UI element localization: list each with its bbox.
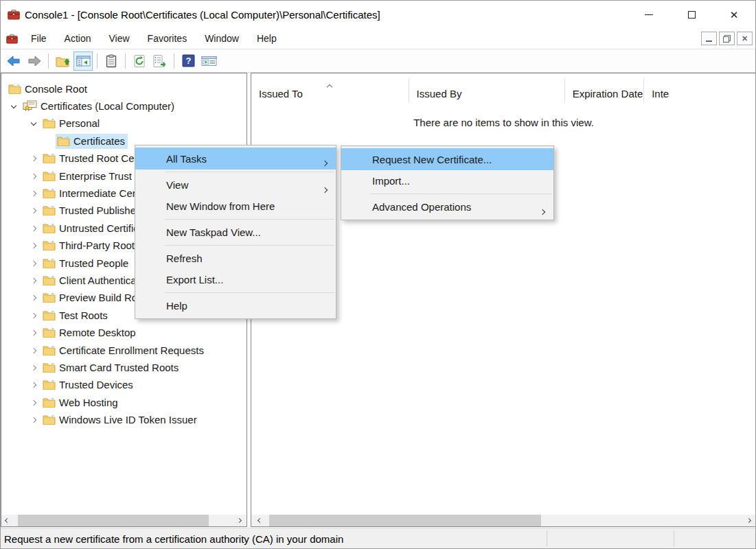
tree-item-trusted-devices[interactable]: Trusted Devices: [1, 377, 247, 394]
tree-item-web-hosting[interactable]: Web Hosting: [1, 394, 247, 411]
chevron-collapsed-icon[interactable]: [31, 173, 36, 178]
menubar-item-file[interactable]: File: [22, 30, 56, 47]
tree-item-remote-desktop[interactable]: Remote Desktop: [1, 324, 247, 341]
column-header-label: Issued By: [417, 88, 462, 100]
toolbar-separator: [125, 54, 126, 69]
child-minimize-button[interactable]: [701, 32, 717, 45]
child-restore-button[interactable]: [719, 32, 735, 45]
chevron-collapsed-icon[interactable]: [31, 191, 36, 196]
tree-item-certificate-enrollment-requests[interactable]: Certificate Enrollment Requests: [1, 342, 247, 359]
refresh-button[interactable]: [130, 51, 149, 71]
menu-item-label: Refresh: [166, 253, 203, 264]
chevron-collapsed-icon[interactable]: [31, 365, 36, 371]
close-button[interactable]: ✕: [713, 1, 755, 28]
context-menu-item-new-taskpad-view[interactable]: New Taskpad View...: [135, 222, 336, 243]
submenu-item-request-new-certificate[interactable]: Request New Certificate...: [341, 148, 553, 170]
minimize-button[interactable]: [628, 1, 670, 28]
folder-icon: [43, 118, 56, 128]
folder-icon: [43, 327, 56, 338]
chevron-collapsed-icon[interactable]: [31, 226, 36, 231]
tree-item-smart-card-trusted-roots[interactable]: Smart Card Trusted Roots: [1, 359, 247, 376]
up-one-level-button[interactable]: [53, 51, 72, 71]
refresh-icon: [133, 54, 146, 68]
chevron-collapsed-icon[interactable]: [31, 156, 36, 161]
tree-item-label: Personal: [59, 117, 100, 129]
menu-item-label: New Window from Here: [166, 200, 275, 212]
folder-icon: [43, 223, 56, 233]
submenu-item-import[interactable]: Import...: [341, 170, 553, 191]
menu-separator: [165, 219, 334, 220]
column-header-issued-to[interactable]: Issued To: [251, 73, 409, 106]
chevron-collapsed-icon[interactable]: [31, 208, 36, 213]
column-header-issued-by[interactable]: Issued By: [409, 73, 565, 106]
menubar-items: FileActionViewFavoritesWindowHelp: [22, 30, 286, 47]
chevron-collapsed-icon[interactable]: [31, 295, 36, 301]
scroll-left-arrow[interactable]: [1, 515, 13, 526]
scroll-right-arrow[interactable]: [233, 515, 245, 526]
chevron-collapsed-icon[interactable]: [31, 347, 36, 353]
menubar-item-action[interactable]: Action: [56, 30, 100, 47]
folder-icon: [43, 205, 56, 215]
sort-ascending-icon: [328, 80, 332, 91]
context-menu-item-help[interactable]: Help: [135, 295, 336, 316]
menubar-item-view[interactable]: View: [100, 30, 138, 47]
maximize-button[interactable]: [670, 1, 713, 28]
list-horizontal-scrollbar[interactable]: [251, 515, 756, 526]
minimize-icon: [645, 14, 653, 15]
menu-item-label: All Tasks: [166, 153, 207, 165]
scroll-right-arrow[interactable]: [743, 515, 755, 526]
window-title: Console1 - [Console Root\Certificates (L…: [25, 9, 380, 21]
toolbar-separator: [97, 54, 98, 69]
chevron-collapsed-icon[interactable]: [31, 313, 36, 318]
folder-icon: [43, 258, 56, 268]
column-header-expiration-date[interactable]: Expiration Date: [565, 73, 644, 106]
tree-item-console-root[interactable]: Console Root: [1, 80, 247, 97]
folder-icon: [43, 292, 56, 303]
status-divider: [547, 530, 547, 547]
tree-item-certificates-local-computer[interactable]: Certificates (Local Computer): [1, 97, 247, 115]
menubar-item-help[interactable]: Help: [248, 30, 286, 47]
tree-item-label: Remote Desktop: [59, 327, 136, 338]
properties-button[interactable]: [102, 51, 121, 71]
title-bar: Console1 - [Console Root\Certificates (L…: [1, 1, 755, 28]
folder-icon: [43, 379, 56, 390]
toolbar: ?: [1, 49, 755, 73]
scroll-left-arrow[interactable]: [254, 515, 266, 526]
submenu-item-advanced-operations[interactable]: Advanced Operations: [341, 196, 553, 218]
chevron-collapsed-icon[interactable]: [31, 399, 36, 405]
taskpad-button[interactable]: [199, 51, 218, 71]
export-list-button[interactable]: [150, 51, 170, 71]
context-menu-item-new-window-from-here[interactable]: New Window from Here: [135, 196, 336, 217]
folder-icon: [43, 275, 56, 285]
back-button[interactable]: [4, 51, 23, 71]
column-header-inte[interactable]: Inte: [644, 73, 756, 106]
folder-icon: [8, 84, 21, 94]
chevron-collapsed-icon[interactable]: [31, 278, 36, 283]
tree-item-label: Enterprise Trust: [59, 170, 132, 182]
chevron-expanded-icon[interactable]: [31, 120, 36, 126]
context-menu-item-export-list[interactable]: Export List...: [135, 269, 336, 290]
chevron-collapsed-icon[interactable]: [31, 330, 36, 336]
scrollbar-thumb[interactable]: [269, 515, 541, 526]
chevron-expanded-icon[interactable]: [11, 102, 16, 108]
menubar-item-window[interactable]: Window: [196, 30, 248, 47]
context-menu-item-all-tasks[interactable]: All Tasks: [135, 148, 336, 170]
chevron-collapsed-icon[interactable]: [31, 243, 36, 248]
tree-horizontal-scrollbar[interactable]: [1, 515, 247, 526]
list-header: Issued ToIssued ByExpiration DateInte: [251, 73, 756, 106]
scrollbar-thumb[interactable]: [18, 515, 209, 526]
child-close-button[interactable]: ✕: [737, 32, 753, 45]
tree-item-windows-live-id-token-issuer[interactable]: Windows Live ID Token Issuer: [1, 411, 247, 428]
menubar-item-favorites[interactable]: Favorites: [139, 30, 196, 47]
chevron-collapsed-icon[interactable]: [31, 382, 36, 388]
context-menu-item-refresh[interactable]: Refresh: [135, 248, 336, 269]
show-hide-console-tree-button[interactable]: [73, 51, 93, 71]
chevron-collapsed-icon[interactable]: [31, 260, 36, 266]
menu-separator: [165, 172, 334, 172]
context-menu-item-view[interactable]: View: [135, 174, 336, 196]
forward-button[interactable]: [25, 51, 44, 71]
tree-item-personal[interactable]: Personal: [1, 115, 247, 132]
help-button[interactable]: ?: [179, 51, 198, 71]
chevron-collapsed-icon[interactable]: [31, 417, 36, 423]
folder-icon: [57, 136, 70, 146]
